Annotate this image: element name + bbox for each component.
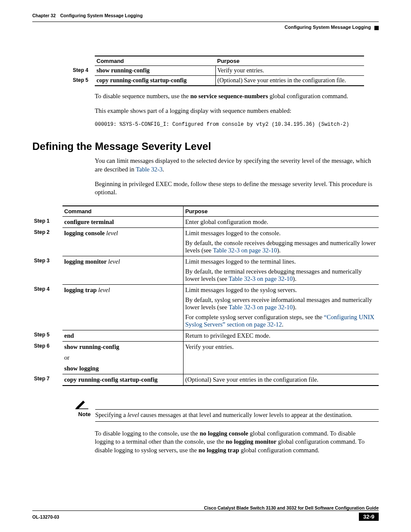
table-link[interactable]: Table 32-3 <box>136 166 162 173</box>
table-link[interactable]: Table 32-3 on page 32-10 <box>229 275 293 282</box>
step-label: Step 5 <box>71 76 95 86</box>
note-block: Note Specifying a level causes messages … <box>75 399 379 422</box>
table-row: Step 1 configure terminal Enter global c… <box>32 216 379 227</box>
purpose-cell: Limit messages logged to the syslog serv… <box>184 284 379 330</box>
step-label: Step 7 <box>32 374 62 386</box>
chapter-header: Chapter 32 Configuring System Message Lo… <box>32 13 379 30</box>
table-header-command: Command <box>62 206 184 217</box>
command-cell: configure terminal <box>64 218 114 225</box>
note-text: Specifying a level causes messages at th… <box>95 411 379 422</box>
step-label: Step 1 <box>32 216 62 227</box>
body-paragraph: This example shows part of a logging dis… <box>95 107 374 115</box>
step-label: Step 4 <box>32 284 62 330</box>
body-paragraph: Beginning in privileged EXEC mode, follo… <box>95 180 374 197</box>
table-row: Step 3 logging monitor level Limit messa… <box>32 256 379 284</box>
page-number: 32-9 <box>359 513 379 521</box>
chapter-title: Chapter 32 Configuring System Message Lo… <box>32 13 379 18</box>
table-row: Step 2 logging console level Limit messa… <box>32 227 379 256</box>
section-marker-icon <box>374 26 379 30</box>
step-label: Step 6 <box>32 341 62 374</box>
table-row: Step 5 end Return to privileged EXEC mod… <box>32 330 379 341</box>
purpose-cell: Enter global configuration mode. <box>184 216 379 227</box>
table-row: Step 4 show running-config Verify your e… <box>71 66 364 76</box>
step-label: Step 2 <box>32 227 62 256</box>
purpose-cell: Return to privileged EXEC mode. <box>184 330 379 341</box>
table-row: Step 7 copy running-config startup-confi… <box>32 374 379 386</box>
purpose-cell: Verify your entries. <box>184 341 379 374</box>
command-cell: copy running-config startup-config <box>95 76 215 86</box>
body-paragraph: To disable sequence numbers, use the no … <box>95 92 374 101</box>
table-row: Step 4 logging trap level Limit messages… <box>32 284 379 330</box>
pencil-icon <box>75 399 379 409</box>
section-heading: Defining the Message Severity Level <box>32 140 379 152</box>
purpose-cell: Limit messages logged to the console. By… <box>184 227 379 256</box>
footer-book-title: Cisco Catalyst Blade Switch 3130 and 303… <box>32 505 379 510</box>
note-label: Note <box>75 411 94 417</box>
step-label: Step 4 <box>71 66 95 76</box>
command-table-2: Command Purpose Step 1 configure termina… <box>32 205 379 386</box>
body-paragraph: To disable logging to the console, use t… <box>95 429 374 455</box>
purpose-cell: (Optional) Save your entries in the conf… <box>184 374 379 386</box>
footer-doc-id: OL-13270-03 <box>32 514 59 520</box>
code-example: 000019: %SYS-5-CONFIG_I: Configured from… <box>95 121 379 128</box>
purpose-cell: Verify your entries. <box>215 66 364 76</box>
table-link[interactable]: Table 32-3 on page 32-10 <box>229 304 293 311</box>
page-footer: Cisco Catalyst Blade Switch 3130 and 303… <box>32 512 379 521</box>
body-paragraph: You can limit messages displayed to the … <box>95 157 374 174</box>
table-header-purpose: Purpose <box>184 206 379 217</box>
command-table-1: Command Purpose Step 4 show running-conf… <box>71 56 364 86</box>
command-cell: show running-config <box>95 66 215 76</box>
table-row: Step 6 show running-config or show loggi… <box>32 341 379 374</box>
section-title: Configuring System Message Logging <box>32 25 379 30</box>
purpose-cell: Limit messages logged to the terminal li… <box>184 256 379 284</box>
table-row: Step 5 copy running-config startup-confi… <box>71 76 364 86</box>
table-link[interactable]: Table 32-3 on page 32-10 <box>213 247 277 254</box>
step-label: Step 5 <box>32 330 62 341</box>
table-header-command: Command <box>95 56 215 66</box>
purpose-cell: (Optional) Save your entries in the conf… <box>215 76 364 86</box>
table-header-purpose: Purpose <box>215 56 364 66</box>
step-label: Step 3 <box>32 256 62 284</box>
